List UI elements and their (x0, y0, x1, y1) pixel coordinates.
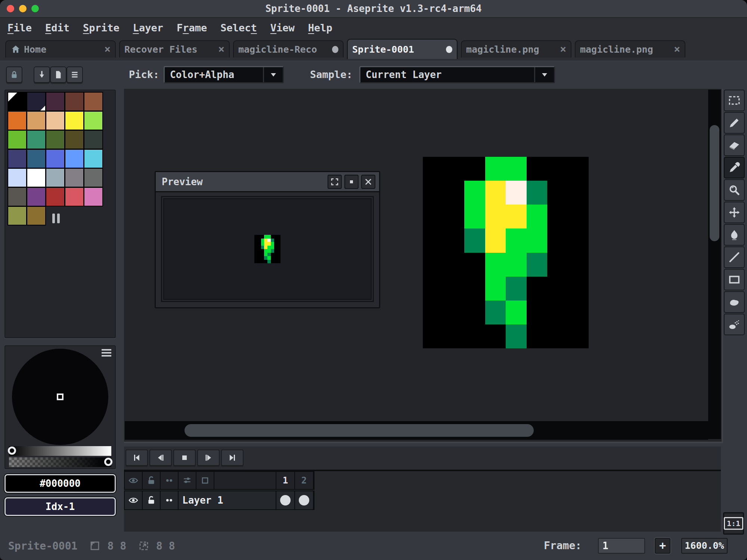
close-icon[interactable]: × (104, 44, 111, 55)
pixel-7-3[interactable] (568, 228, 589, 252)
pixel-5-1[interactable] (527, 181, 548, 205)
pixel-2-2[interactable] (464, 205, 485, 228)
move-tool[interactable] (724, 202, 745, 223)
pixel-7-6[interactable] (568, 301, 589, 324)
palette-swatch-2[interactable] (46, 93, 64, 111)
close-icon[interactable]: × (560, 44, 566, 55)
palette-swatch-19[interactable] (84, 150, 102, 168)
eraser-tool[interactable] (724, 134, 745, 156)
menu-item-help[interactable]: Help (308, 22, 332, 34)
preview-center-button[interactable] (344, 175, 359, 189)
go-to-first-frame-button[interactable] (125, 449, 148, 466)
palette-swatch-24[interactable] (84, 169, 102, 187)
alpha-slider-marker[interactable] (104, 458, 112, 466)
pixel-3-2[interactable] (485, 205, 506, 228)
palette-swatch-8[interactable] (65, 112, 83, 130)
pixel-4-4[interactable] (506, 253, 527, 277)
pixel-5-2[interactable] (527, 205, 548, 228)
pixel-0-7[interactable] (423, 324, 444, 348)
alpha-slider[interactable] (9, 457, 111, 467)
pixel-0-5[interactable] (423, 277, 444, 301)
color-wheel-marker[interactable] (57, 393, 63, 400)
pixel-5-5[interactable] (527, 277, 548, 301)
onion-skin-toggle[interactable] (196, 472, 214, 489)
go-to-last-frame-button[interactable] (221, 449, 244, 466)
tab-home[interactable]: Home× (5, 40, 116, 57)
pixel-0-0[interactable] (423, 157, 444, 181)
pixel-5-7[interactable] (527, 324, 548, 348)
pixel-0-4[interactable] (423, 253, 444, 277)
pixel-6-2[interactable] (547, 205, 568, 228)
palette-swatch-22[interactable] (46, 169, 64, 187)
pixel-4-7[interactable] (506, 324, 527, 348)
previous-frame-button[interactable] (149, 449, 172, 466)
palette-swatch-16[interactable] (27, 150, 45, 168)
palette-swatch-25[interactable] (8, 188, 26, 206)
palette-swatch-7[interactable] (46, 112, 64, 130)
pick-dropdown[interactable]: Color+Alpha (164, 66, 284, 83)
pixel-0-1[interactable] (423, 181, 444, 205)
horizontal-scrollbar[interactable] (125, 421, 708, 440)
pixel-3-4[interactable] (485, 253, 506, 277)
all-layers-visibility-toggle[interactable] (125, 472, 142, 489)
preview-close-button[interactable] (361, 175, 375, 189)
pixel-1-7[interactable] (444, 324, 465, 348)
palette-index-field[interactable]: Idx-1 (4, 497, 116, 516)
frame-number-input[interactable]: 1 (598, 538, 645, 554)
pixel-2-5[interactable] (464, 277, 485, 301)
sprite-editor[interactable]: Preview (124, 89, 723, 443)
pixel-6-5[interactable] (547, 277, 568, 301)
document-button[interactable] (50, 66, 66, 83)
pixel-ratio-button[interactable]: 1:1 (723, 512, 744, 535)
pixel-0-2[interactable] (423, 205, 444, 228)
hex-color-field[interactable]: #000000 (4, 474, 116, 493)
palette-swatch-18[interactable] (65, 150, 83, 168)
stop-button[interactable] (173, 449, 196, 466)
palette-swatch-28[interactable] (65, 188, 83, 206)
pixel-1-6[interactable] (444, 301, 465, 324)
pencil-tool[interactable] (724, 112, 745, 134)
download-button[interactable] (34, 66, 50, 83)
palette-swatch-17[interactable] (46, 150, 64, 168)
lock-button[interactable] (6, 66, 22, 83)
preview-title-bar[interactable]: Preview (156, 172, 379, 192)
cel-layer1-frame2[interactable] (295, 491, 313, 509)
pixel-1-3[interactable] (444, 228, 465, 252)
pixel-5-6[interactable] (527, 301, 548, 324)
pixel-6-6[interactable] (547, 301, 568, 324)
layer-name[interactable]: Layer 1 (179, 491, 276, 509)
pixel-7-7[interactable] (568, 324, 589, 348)
close-icon[interactable]: × (218, 44, 224, 55)
pixel-2-0[interactable] (464, 157, 485, 181)
pixel-3-1[interactable] (485, 181, 506, 205)
palette-resize-grip[interactable] (52, 214, 60, 223)
menu-item-select[interactable]: Select (220, 22, 257, 34)
pixel-6-4[interactable] (547, 253, 568, 277)
pixel-3-0[interactable] (485, 157, 506, 181)
palette-swatch-10[interactable] (8, 131, 26, 149)
sprite-canvas[interactable] (423, 157, 589, 348)
palette-swatch-23[interactable] (65, 169, 83, 187)
menu-item-frame[interactable]: Frame (177, 22, 207, 34)
options-button[interactable] (66, 66, 83, 83)
vertical-scrollbar-thumb[interactable] (710, 125, 719, 241)
pixel-2-7[interactable] (464, 324, 485, 348)
preview-viewport[interactable] (161, 196, 374, 302)
tab-recover-files[interactable]: Recover Files× (119, 40, 230, 57)
palette-swatch-21[interactable] (27, 169, 45, 187)
menu-item-sprite[interactable]: Sprite (83, 22, 120, 34)
pixel-4-3[interactable] (506, 228, 527, 252)
pixel-1-2[interactable] (444, 205, 465, 228)
eyedropper-tool[interactable] (724, 157, 745, 178)
palette-swatch-26[interactable] (27, 188, 45, 206)
menu-item-layer[interactable]: Layer (133, 22, 163, 34)
value-slider-marker[interactable] (8, 447, 16, 455)
frame-header-2[interactable]: 2 (295, 472, 313, 489)
next-frame-button[interactable] (197, 449, 220, 466)
palette-swatch-11[interactable] (27, 131, 45, 149)
sample-dropdown[interactable]: Current Layer (359, 66, 555, 83)
layer-continuous-toggle[interactable] (161, 491, 178, 509)
palette-swatch-13[interactable] (65, 131, 83, 149)
pixel-6-7[interactable] (547, 324, 568, 348)
pixel-4-5[interactable] (506, 277, 527, 301)
